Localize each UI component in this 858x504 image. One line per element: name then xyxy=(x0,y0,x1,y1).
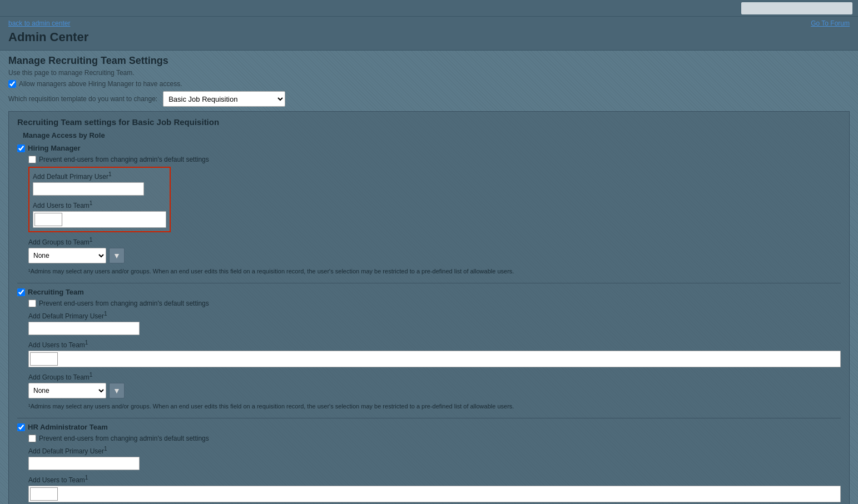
add-users-block-hr-admin: Add Users to Team1 xyxy=(28,475,841,502)
prevent-checkbox-hr-admin[interactable] xyxy=(28,435,36,442)
prevent-label-recruiting-team: Prevent end-users from changing admin's … xyxy=(39,300,209,307)
role-header-hr-admin: HR Administrator Team xyxy=(17,423,841,431)
manage-access-title: Manage Access by Role xyxy=(23,131,841,139)
template-row: Which requisition template do you want t… xyxy=(8,91,850,107)
add-primary-block-recruiting-team: Add Default Primary User1 xyxy=(28,311,841,335)
allow-managers-row: Allow managers above Hiring Manager to h… xyxy=(8,80,850,88)
add-users-label-recruiting-team: Add Users to Team1 xyxy=(28,340,841,349)
divider-2 xyxy=(17,418,841,418)
prevent-row-recruiting-team: Prevent end-users from changing admin's … xyxy=(28,300,841,307)
forum-link[interactable]: Go To Forum xyxy=(811,19,850,27)
role-header-hiring-manager: Hiring Manager xyxy=(17,144,841,152)
groups-row-recruiting-team: None ▼ xyxy=(28,383,841,398)
groups-row-hiring-manager: None ▼ xyxy=(28,248,841,263)
recruiting-team-name: Recruiting Team xyxy=(28,288,84,296)
recruiting-team-checkbox[interactable] xyxy=(17,288,25,296)
prevent-label-hiring-manager: Prevent end-users from changing admin's … xyxy=(39,156,209,163)
top-bar xyxy=(0,0,858,17)
top-bar-search[interactable] xyxy=(741,2,852,14)
add-primary-input-recruiting-team[interactable] xyxy=(28,322,140,335)
hiring-manager-name: Hiring Manager xyxy=(28,144,81,152)
page-title: Admin Center xyxy=(8,30,850,44)
role-header-recruiting-team: Recruiting Team xyxy=(17,288,841,296)
groups-btn-recruiting-team[interactable]: ▼ xyxy=(109,383,125,398)
add-primary-input-hiring-manager[interactable] xyxy=(33,182,144,196)
add-groups-label-hiring-manager: Add Groups to Team1 xyxy=(28,237,841,246)
divider-1 xyxy=(17,283,841,283)
hr-admin-name: HR Administrator Team xyxy=(28,423,108,431)
add-primary-label-hiring-manager: Add Default Primary User1 xyxy=(33,171,166,181)
template-select[interactable]: Basic Job Requisition xyxy=(163,91,285,107)
add-groups-block-hiring-manager: Add Groups to Team1 None ▼ xyxy=(28,237,841,263)
add-primary-input-hr-admin[interactable] xyxy=(28,457,140,470)
add-users-container-recruiting-team xyxy=(28,351,841,367)
highlighted-fields-hiring-manager: Add Default Primary User1 Add Users to T… xyxy=(28,167,841,232)
template-label: Which requisition template do you want t… xyxy=(8,95,157,103)
groups-select-hiring-manager[interactable]: None xyxy=(28,248,106,263)
groups-btn-hiring-manager[interactable]: ▼ xyxy=(109,248,125,263)
add-primary-block-hr-admin: Add Default Primary User1 xyxy=(28,446,841,470)
role-block-hiring-manager: Hiring Manager Prevent end-users from ch… xyxy=(17,144,841,275)
add-users-block-recruiting-team: Add Users to Team1 xyxy=(28,340,841,367)
prevent-checkbox-hiring-manager[interactable] xyxy=(28,156,36,163)
manage-title: Manage Recruiting Team Settings xyxy=(8,55,850,67)
add-users-label-hr-admin: Add Users to Team1 xyxy=(28,475,841,484)
add-users-label-hiring-manager: Add Users to Team1 xyxy=(33,200,166,209)
user-tag-recruiting-team xyxy=(30,352,58,366)
section-container: Recruiting Team settings for Basic Job R… xyxy=(8,111,850,504)
user-tag-hr-admin xyxy=(30,487,58,501)
back-link[interactable]: back to admin center xyxy=(8,19,70,27)
page-header: back to admin center Go To Forum Admin C… xyxy=(0,17,858,51)
add-users-container-hr-admin xyxy=(28,486,841,502)
prevent-row-hr-admin: Prevent end-users from changing admin's … xyxy=(28,435,841,442)
add-primary-label-recruiting-team: Add Default Primary User1 xyxy=(28,311,841,320)
prevent-checkbox-recruiting-team[interactable] xyxy=(28,300,36,307)
hiring-manager-checkbox[interactable] xyxy=(17,144,25,152)
footnote-hiring-manager: ¹Admins may select any users and/or grou… xyxy=(28,268,841,275)
allow-managers-label[interactable]: Allow managers above Hiring Manager to h… xyxy=(8,80,182,88)
groups-select-recruiting-team[interactable]: None xyxy=(28,383,106,398)
role-block-recruiting-team: Recruiting Team Prevent end-users from c… xyxy=(17,288,841,410)
section-title: Recruiting Team settings for Basic Job R… xyxy=(17,117,841,127)
add-primary-label-hr-admin: Add Default Primary User1 xyxy=(28,446,841,455)
hr-admin-checkbox[interactable] xyxy=(17,423,25,431)
allow-managers-checkbox[interactable] xyxy=(8,80,16,88)
nav-links: back to admin center Go To Forum xyxy=(8,19,850,27)
prevent-label-hr-admin: Prevent end-users from changing admin's … xyxy=(39,435,209,442)
user-tag-hiring-manager xyxy=(34,213,62,226)
prevent-row-hiring-manager: Prevent end-users from changing admin's … xyxy=(28,156,841,163)
manage-subtitle: Use this page to manage Recruiting Team. xyxy=(8,69,850,77)
footnote-recruiting-team: ¹Admins may select any users and/or grou… xyxy=(28,403,841,410)
add-users-container-hiring-manager xyxy=(33,211,166,228)
role-block-hr-admin: HR Administrator Team Prevent end-users … xyxy=(17,423,841,504)
add-groups-label-recruiting-team: Add Groups to Team1 xyxy=(28,372,841,381)
add-groups-block-recruiting-team: Add Groups to Team1 None ▼ xyxy=(28,372,841,398)
page-content: Manage Recruiting Team Settings Use this… xyxy=(0,51,858,504)
